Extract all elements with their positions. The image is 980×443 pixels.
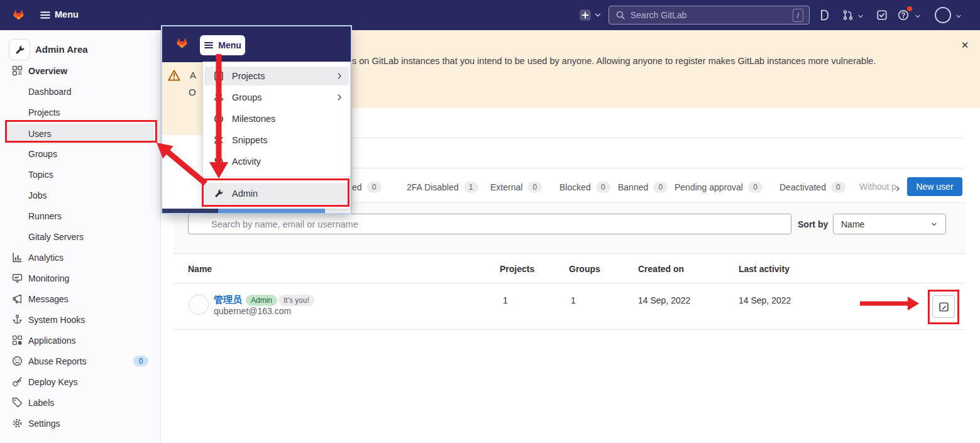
apps-icon — [12, 335, 23, 346]
sidebar-item-labels[interactable]: Labels — [0, 392, 161, 413]
menu-item-groups[interactable]: Groups — [204, 88, 349, 107]
menu-item-admin[interactable]: Admin — [204, 183, 349, 204]
merge-requests-icon[interactable] — [842, 9, 854, 21]
tab-2fa-disabled[interactable]: 2FA Disabled 1 — [407, 182, 478, 193]
overlay-menu-button[interactable]: Menu — [200, 35, 245, 55]
search-shortcut-key: / — [793, 9, 803, 22]
activity-history-icon — [214, 156, 224, 167]
group-icon — [214, 92, 224, 102]
tab-pending-approval[interactable]: Pending approval 0 — [674, 182, 763, 193]
sidebar-item-gitaly-servers[interactable]: Gitaly Servers — [0, 226, 161, 247]
table-header-border — [173, 283, 966, 283]
sidebar-item-users[interactable]: Users — [8, 123, 153, 144]
banner-text: s on GitLab instances that you intend to… — [352, 56, 876, 66]
created-on-cell: 14 Sep, 2022 — [638, 295, 690, 305]
sidebar-title: Admin Area — [35, 44, 88, 55]
user-email: qubernet@163.com — [214, 306, 291, 316]
sidebar-item-system-hooks[interactable]: System Hooks — [0, 309, 161, 330]
sidebar-item-analytics[interactable]: Analytics — [0, 247, 161, 268]
help-icon[interactable] — [898, 9, 909, 21]
tab-2fa-enabled-partial[interactable]: ed 0 — [352, 182, 382, 193]
table-row-border — [173, 329, 966, 330]
chevron-down-icon — [930, 221, 938, 228]
sidebar-item-overview[interactable]: Overview — [0, 60, 161, 81]
sort-dropdown[interactable]: Name — [833, 214, 946, 234]
chart-icon — [12, 252, 23, 263]
chevron-down-icon[interactable] — [955, 13, 962, 20]
groups-count-cell: 1 — [571, 295, 576, 305]
tab-deactivated[interactable]: Deactivated 0 — [779, 182, 845, 193]
admin-area-tile[interactable] — [9, 39, 30, 60]
column-header-projects: Projects — [500, 264, 534, 274]
anchor-icon — [12, 314, 23, 325]
column-header-last-activity: Last activity — [739, 264, 790, 274]
its-you-badge: It's you! — [278, 295, 314, 306]
tab-external[interactable]: External 0 — [490, 182, 542, 193]
tabs-scroll-chevron-icon[interactable]: › — [896, 181, 900, 195]
notification-dot — [907, 6, 912, 11]
menu-item-projects[interactable]: Projects — [204, 67, 349, 85]
close-icon[interactable]: ✕ — [958, 38, 972, 52]
user-search-input[interactable] — [188, 214, 791, 234]
tag-icon — [12, 397, 23, 408]
milestone-icon — [214, 114, 224, 124]
avatar[interactable] — [935, 7, 951, 23]
sidebar-item-monitoring[interactable]: Monitoring — [0, 268, 161, 288]
sidebar-item-groups[interactable]: Groups — [0, 143, 161, 164]
warning-icon — [167, 69, 181, 82]
abuse-reports-count-badge: 0 — [133, 356, 148, 366]
menu-button-label: Menu — [55, 9, 79, 19]
monitor-icon — [12, 273, 23, 283]
column-header-created-on: Created on — [638, 264, 684, 274]
hamburger-icon — [40, 9, 51, 21]
hamburger-icon — [204, 40, 214, 50]
overlay-banner-text-fragment: O — [189, 87, 196, 97]
sidebar-item-topics[interactable]: Topics — [0, 164, 161, 185]
tab-without-projects-partial[interactable]: Without p — [859, 182, 896, 192]
sidebar-item-runners[interactable]: Runners — [0, 205, 161, 226]
sidebar-item-deploy-keys[interactable]: Deploy Keys — [0, 371, 161, 392]
menu-item-snippets[interactable]: Snippets — [204, 131, 349, 150]
sidebar-item-jobs[interactable]: Jobs — [0, 185, 161, 205]
todos-icon[interactable] — [876, 9, 888, 21]
menu-tutorial-overlay: Menu A O Projects Groups Milestones Snip… — [162, 26, 351, 213]
tab-count-badge: 0 — [367, 182, 382, 193]
gitlab-logo-icon — [172, 33, 192, 53]
search-input[interactable] — [608, 6, 810, 25]
menu-item-milestones[interactable]: Milestones — [204, 109, 349, 128]
chevron-down-icon[interactable] — [857, 13, 864, 20]
sidebar-item-projects[interactable]: Projects — [0, 102, 161, 123]
sidebar-item-abuse-reports[interactable]: Abuse Reports 0 — [0, 351, 161, 371]
chevron-down-icon[interactable] — [914, 13, 922, 20]
overlay-navbar: Menu — [162, 26, 351, 62]
tab-count-badge: 1 — [464, 182, 478, 193]
menu-item-activity[interactable]: Activity — [204, 152, 349, 171]
gear-icon — [12, 418, 23, 429]
avatar[interactable] — [189, 295, 209, 315]
chevron-down-icon[interactable] — [593, 11, 602, 19]
edit-user-button[interactable] — [932, 295, 955, 318]
sidebar-item-messages[interactable]: Messages — [0, 288, 161, 309]
tab-count-badge: 0 — [653, 182, 668, 193]
column-header-groups: Groups — [569, 264, 600, 274]
issues-icon[interactable] — [818, 9, 830, 21]
sidebar-item-dashboard[interactable]: Dashboard — [0, 81, 161, 102]
tab-blocked[interactable]: Blocked 0 — [559, 182, 610, 193]
wrench-icon — [214, 189, 224, 199]
gitlab-logo-icon[interactable] — [9, 5, 28, 25]
column-header-name: Name — [188, 264, 212, 274]
overlay-banner-text-fragment: A — [190, 70, 196, 80]
wrench-icon — [14, 45, 25, 55]
projects-count-cell: 1 — [503, 295, 508, 305]
project-icon — [214, 71, 224, 81]
new-plus-icon[interactable] — [579, 9, 592, 21]
overview-icon — [12, 65, 23, 76]
sidebar-item-applications[interactable]: Applications — [0, 330, 161, 351]
admin-sidebar: Admin Area Overview Dashboard Projects U… — [0, 30, 161, 443]
sidebar-item-settings[interactable]: Settings — [0, 413, 161, 434]
user-name-link[interactable]: 管理员 — [214, 294, 242, 306]
new-user-button[interactable]: New user — [907, 177, 962, 196]
tab-banned[interactable]: Banned 0 — [618, 182, 668, 193]
last-activity-cell: 14 Sep, 2022 — [739, 295, 791, 305]
menu-separator — [203, 177, 350, 177]
